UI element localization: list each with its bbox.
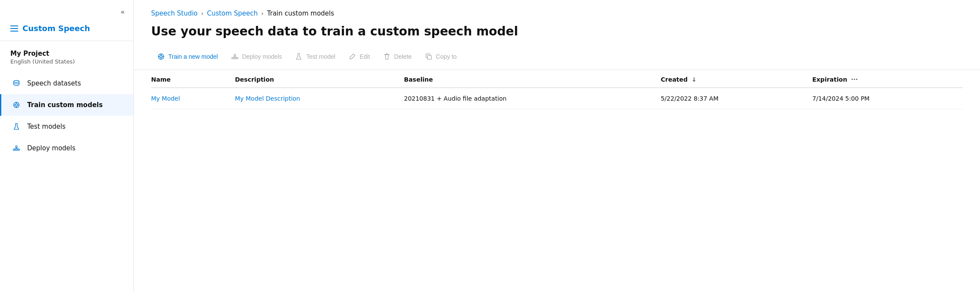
- project-sublabel: English (United States): [10, 58, 123, 65]
- sidebar-collapse-button[interactable]: «: [0, 0, 133, 20]
- sidebar-item-label-test-models: Test models: [27, 123, 66, 130]
- svg-rect-21: [234, 57, 236, 59]
- breadcrumb-speech-studio[interactable]: Speech Studio: [151, 10, 198, 17]
- svg-rect-9: [18, 149, 20, 151]
- hamburger-icon: [10, 25, 18, 32]
- breadcrumb-current: Train custom models: [267, 10, 334, 17]
- svg-point-15: [160, 55, 162, 57]
- project-label: My Project: [10, 50, 123, 57]
- cell-description: My Model Description: [235, 88, 404, 109]
- svg-rect-7: [13, 149, 15, 151]
- svg-rect-27: [427, 55, 431, 59]
- flask-icon-sidebar: [12, 122, 21, 131]
- col-expiration-ellipsis: ···: [851, 76, 858, 83]
- collapse-icon: «: [120, 8, 125, 16]
- cell-created: 5/22/2022 8:37 AM: [661, 88, 812, 109]
- edit-label: Edit: [360, 53, 370, 60]
- models-table: Name Description Baseline Created ↓ Expi…: [151, 70, 963, 109]
- breadcrumb: Speech Studio › Custom Speech › Train cu…: [134, 0, 980, 24]
- cell-name[interactable]: My Model: [151, 88, 235, 109]
- deploy-models-label: Deploy models: [242, 53, 282, 60]
- breadcrumb-sep-1: ›: [201, 10, 204, 17]
- edit-button[interactable]: Edit: [342, 49, 375, 64]
- breadcrumb-custom-speech[interactable]: Custom Speech: [207, 10, 258, 17]
- train-icon-sidebar: [12, 100, 21, 110]
- page-title: Use your speech data to train a custom s…: [134, 24, 980, 49]
- delete-button[interactable]: Delete: [377, 49, 417, 64]
- train-new-model-label: Train a new model: [168, 53, 218, 60]
- main-content: Speech Studio › Custom Speech › Train cu…: [134, 0, 980, 292]
- copy-to-button[interactable]: Copy to: [419, 49, 462, 64]
- svg-point-0: [14, 80, 19, 83]
- sidebar-app-title-text: Custom Speech: [22, 24, 90, 33]
- edit-icon: [348, 52, 357, 61]
- svg-rect-20: [231, 57, 233, 59]
- col-created[interactable]: Created ↓: [661, 70, 812, 88]
- breadcrumb-sep-2: ›: [261, 10, 264, 17]
- delete-label: Delete: [394, 53, 411, 60]
- delete-icon: [382, 52, 392, 61]
- svg-point-2: [15, 104, 17, 106]
- svg-rect-23: [234, 54, 236, 56]
- train-new-model-icon: [156, 52, 166, 61]
- sidebar-project-section: My Project English (United States): [0, 41, 133, 68]
- cell-baseline: 20210831 + Audio file adaptation: [404, 88, 661, 109]
- toolbar: Train a new model Deploy models: [134, 49, 980, 70]
- sidebar-item-label-deploy-models: Deploy models: [27, 144, 76, 152]
- copy-icon: [424, 52, 433, 61]
- sidebar: « Custom Speech My Project English (Unit…: [0, 0, 134, 292]
- svg-rect-8: [16, 149, 17, 151]
- sidebar-item-deploy-models[interactable]: Deploy models: [0, 137, 133, 159]
- col-name[interactable]: Name: [151, 70, 235, 88]
- deploy-icon-sidebar: [12, 143, 21, 153]
- copy-to-label: Copy to: [436, 53, 457, 60]
- models-table-container: Name Description Baseline Created ↓ Expi…: [134, 70, 980, 109]
- sidebar-nav: Speech datasets Train custom models: [0, 73, 133, 159]
- test-model-icon: [294, 52, 303, 61]
- test-model-button[interactable]: Test model: [289, 49, 341, 64]
- train-new-model-button[interactable]: Train a new model: [151, 49, 223, 64]
- sidebar-item-train-custom-models[interactable]: Train custom models: [0, 94, 133, 116]
- table-row[interactable]: My Model My Model Description 20210831 +…: [151, 88, 963, 109]
- table-header-row: Name Description Baseline Created ↓ Expi…: [151, 70, 963, 88]
- col-description[interactable]: Description: [235, 70, 404, 88]
- database-icon: [12, 79, 21, 88]
- sidebar-item-label-speech-datasets: Speech datasets: [27, 79, 81, 87]
- col-expiration[interactable]: Expiration ···: [812, 70, 963, 88]
- sidebar-app-title-section: Custom Speech: [0, 20, 133, 41]
- sort-created-icon: ↓: [692, 76, 697, 83]
- sidebar-item-speech-datasets[interactable]: Speech datasets: [0, 73, 133, 94]
- sidebar-item-test-models[interactable]: Test models: [0, 116, 133, 137]
- sidebar-item-label-train-custom-models: Train custom models: [27, 101, 103, 109]
- col-baseline[interactable]: Baseline: [404, 70, 661, 88]
- cell-expiration: 7/14/2024 5:00 PM: [812, 88, 963, 109]
- test-model-label: Test model: [306, 53, 335, 60]
- deploy-models-icon: [230, 52, 240, 61]
- deploy-models-button[interactable]: Deploy models: [225, 49, 288, 64]
- svg-rect-10: [16, 146, 17, 148]
- svg-rect-22: [236, 57, 238, 59]
